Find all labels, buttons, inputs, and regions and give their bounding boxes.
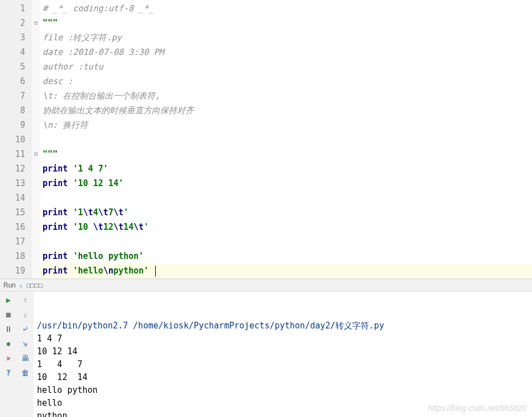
code-line[interactable]: """ xyxy=(40,16,532,30)
line-number: 5 xyxy=(0,59,31,74)
fold-marker xyxy=(31,191,40,205)
code-line[interactable] xyxy=(40,234,532,249)
code-line[interactable]: desc : xyxy=(40,74,532,89)
line-number: 14 xyxy=(0,191,31,205)
fold-marker xyxy=(31,30,40,45)
console-line: 1 4 7 xyxy=(37,332,529,345)
code-area[interactable]: # _*_ coding:utf-8 _*_"""file :转义字符.pyda… xyxy=(40,0,532,279)
stop-icon[interactable]: ■ xyxy=(3,309,13,319)
debug-icon[interactable]: ✱ xyxy=(3,339,13,349)
python-icon: ⬨ xyxy=(19,282,23,289)
fold-marker xyxy=(31,45,40,59)
fold-marker[interactable]: ⊟ xyxy=(31,147,40,161)
code-line[interactable]: print '1\t4\t7\t' xyxy=(40,205,532,220)
fold-marker xyxy=(31,103,40,118)
watermark: https://blog.csdn.net/hh5820 xyxy=(428,402,526,415)
code-line[interactable]: print '10 12 14' xyxy=(40,176,532,191)
pause-icon[interactable]: ⏸ xyxy=(3,324,13,334)
run-label: Run xyxy=(3,281,16,289)
line-number: 19 xyxy=(0,263,31,278)
line-number: 9 xyxy=(0,118,31,132)
run-toolbar-right: ↑ ↓ ⤶ ⇲ 🖶 🗑 xyxy=(17,291,34,417)
code-line[interactable]: author :tutu xyxy=(40,59,532,74)
fold-marker xyxy=(31,59,40,74)
fold-marker xyxy=(31,205,40,220)
code-line[interactable]: date :2018-07-08 3:30 PM xyxy=(40,45,532,59)
trash-icon[interactable]: 🗑 xyxy=(20,368,30,378)
code-line[interactable]: """ xyxy=(40,147,532,161)
line-number: 10 xyxy=(0,132,31,147)
fold-marker xyxy=(31,89,40,103)
line-number: 12 xyxy=(0,161,31,176)
line-number: 15 xyxy=(0,205,31,220)
line-number: 3 xyxy=(0,30,31,45)
code-line[interactable]: \t: 在控制台输出一个制表符, xyxy=(40,89,532,103)
fold-marker xyxy=(31,249,40,263)
fold-marker xyxy=(31,1,40,16)
print-icon[interactable]: 🖶 xyxy=(20,353,30,363)
up-icon[interactable]: ↑ xyxy=(20,295,30,305)
console-command: /usr/bin/python2.7 /home/kiosk/PycharmPr… xyxy=(37,319,529,332)
soft-wrap-icon[interactable]: ⤶ xyxy=(20,324,30,334)
line-number: 16 xyxy=(0,220,31,234)
line-number: 18 xyxy=(0,249,31,263)
code-line[interactable] xyxy=(40,191,532,205)
run-tool-header: Run ⬨ □□□□ xyxy=(0,279,532,291)
down-icon[interactable]: ↓ xyxy=(20,309,30,319)
fold-marker xyxy=(31,74,40,89)
fold-marker xyxy=(31,263,40,278)
line-number: 8 xyxy=(0,103,31,118)
line-number: 7 xyxy=(0,89,31,103)
code-line[interactable]: print 'hello python' xyxy=(40,249,532,263)
run-config-name: □□□□ xyxy=(26,281,43,289)
line-number: 17 xyxy=(0,234,31,249)
run-toolbar-left: ▶ ■ ⏸ ✱ ✕ ? xyxy=(0,291,17,417)
fold-marker xyxy=(31,176,40,191)
code-line[interactable]: 协助在输出文本的时候垂直方向保持对齐 xyxy=(40,103,532,118)
code-editor[interactable]: 12345678910111213141516171819 ⊟⊟ # _*_ c… xyxy=(0,0,532,279)
fold-gutter[interactable]: ⊟⊟ xyxy=(31,0,40,279)
console-line: 10 12 14 xyxy=(37,371,529,384)
close-icon[interactable]: ✕ xyxy=(3,353,13,363)
fold-marker xyxy=(31,161,40,176)
code-line[interactable]: # _*_ coding:utf-8 _*_ xyxy=(40,1,532,16)
code-line[interactable] xyxy=(40,132,532,147)
scroll-icon[interactable]: ⇲ xyxy=(20,339,30,349)
line-number: 2 xyxy=(0,16,31,30)
caret xyxy=(155,266,156,277)
line-number-gutter: 12345678910111213141516171819 xyxy=(0,0,31,279)
fold-marker xyxy=(31,220,40,234)
console-line: 1 4 7 xyxy=(37,358,529,371)
fold-marker[interactable]: ⊟ xyxy=(31,16,40,30)
fold-marker xyxy=(31,234,40,249)
console-line: hello python xyxy=(37,384,529,397)
line-number: 6 xyxy=(0,74,31,89)
fold-marker xyxy=(31,132,40,147)
line-number: 4 xyxy=(0,45,31,59)
line-number: 1 xyxy=(0,1,31,16)
code-line[interactable]: print '10 \t12\t14\t' xyxy=(40,220,532,234)
line-number: 11 xyxy=(0,147,31,161)
code-line[interactable]: print '1 4 7' xyxy=(40,161,532,176)
line-number: 13 xyxy=(0,176,31,191)
code-line[interactable]: \n: 换行符 xyxy=(40,118,532,132)
run-panel: ▶ ■ ⏸ ✱ ✕ ? ↑ ↓ ⤶ ⇲ 🖶 🗑 /usr/bin/python2… xyxy=(0,291,532,417)
help-icon[interactable]: ? xyxy=(3,368,13,378)
code-line[interactable]: print 'hello\npython' xyxy=(40,263,532,278)
console-line: 10 12 14 xyxy=(37,345,529,358)
fold-marker xyxy=(31,118,40,132)
console-output[interactable]: /usr/bin/python2.7 /home/kiosk/PycharmPr… xyxy=(34,291,532,417)
run-icon[interactable]: ▶ xyxy=(3,295,13,305)
code-line[interactable]: file :转义字符.py xyxy=(40,30,532,45)
